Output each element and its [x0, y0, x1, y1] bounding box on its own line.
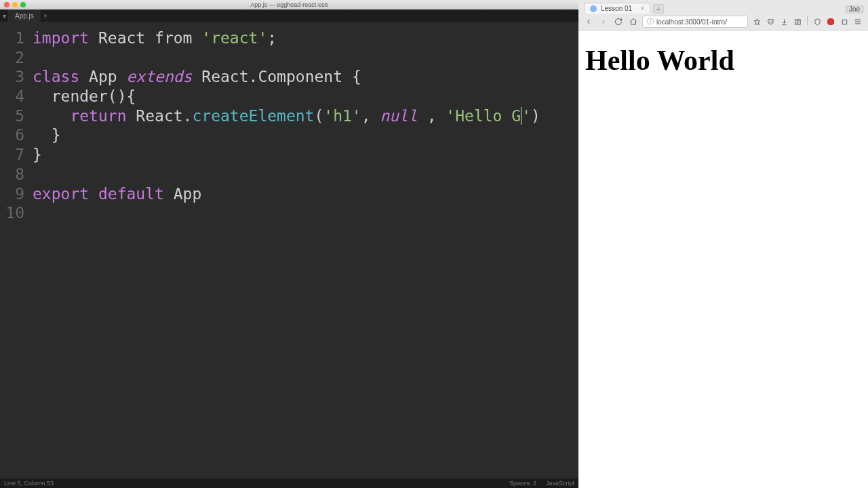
reload-icon[interactable]: [612, 16, 625, 28]
menu-icon[interactable]: [852, 16, 864, 28]
line-number: 1: [0, 28, 24, 48]
svg-marker-1: [827, 18, 834, 25]
url-text: localhost:3000/01-intro/: [656, 18, 743, 26]
browser-tab-lesson01[interactable]: Lesson 01 ×: [584, 3, 650, 14]
editor-tab-appjs[interactable]: App.js: [8, 9, 41, 22]
tabs-dropdown-icon[interactable]: ▾: [0, 9, 8, 22]
code-line[interactable]: return React.createElement('h1', null , …: [33, 106, 540, 126]
line-number: 7: [0, 145, 24, 165]
code-line[interactable]: import React from 'react';: [33, 28, 540, 48]
line-number: 6: [0, 125, 24, 145]
status-cursor-pos: Line 5, Column 53: [4, 480, 54, 487]
adblock-icon[interactable]: [825, 16, 837, 28]
status-indent[interactable]: Spaces: 2: [509, 480, 536, 487]
close-tab-icon[interactable]: ×: [640, 5, 644, 12]
toolbar-right-group: [751, 16, 864, 28]
editor-window: App.js — egghead-react-es6 ▾ App.js + 12…: [0, 0, 578, 488]
line-number: 3: [0, 67, 24, 87]
status-language[interactable]: JavaScript: [546, 480, 574, 487]
toolbar-separator: [807, 16, 808, 25]
code-line[interactable]: [33, 48, 540, 68]
page-viewport[interactable]: Hello World: [578, 30, 868, 488]
bookmark-icon[interactable]: [751, 16, 763, 28]
site-info-icon[interactable]: ⓘ: [647, 17, 654, 26]
page-heading: Hello World: [585, 44, 861, 77]
line-number: 2: [0, 48, 24, 68]
line-number: 8: [0, 165, 24, 184]
code-line[interactable]: [33, 203, 540, 223]
mac-titlebar: App.js — egghead-react-es6: [0, 0, 578, 9]
svg-rect-2: [842, 20, 846, 24]
editor-statusbar: Line 5, Column 53 Spaces: 2 JavaScript: [0, 479, 578, 488]
code-content[interactable]: import React from 'react'; class App ext…: [30, 22, 540, 479]
address-bar[interactable]: ⓘ localhost:3000/01-intro/: [642, 16, 748, 28]
shield-icon[interactable]: [811, 16, 823, 28]
code-line[interactable]: render(){: [33, 87, 540, 106]
code-line[interactable]: class App extends React.Component {: [33, 67, 540, 87]
line-number-gutter: 12345678910: [0, 22, 30, 479]
line-number: 5: [0, 106, 24, 126]
browser-chrome: Lesson 01 × + Joe: [578, 0, 868, 30]
line-number: 4: [0, 87, 24, 106]
browser-tab-strip: Lesson 01 × + Joe: [578, 0, 868, 14]
code-editor[interactable]: 12345678910 import React from 'react'; c…: [0, 22, 578, 479]
code-line[interactable]: export default App: [33, 184, 540, 204]
extension-icon[interactable]: [838, 16, 850, 28]
browser-window: Lesson 01 × + Joe: [578, 0, 868, 488]
new-tab-icon[interactable]: +: [41, 9, 50, 22]
profile-badge[interactable]: Joe: [845, 5, 864, 14]
new-browser-tab-icon[interactable]: +: [653, 4, 664, 14]
back-icon[interactable]: [583, 16, 595, 28]
line-number: 10: [0, 203, 24, 223]
window-title: App.js — egghead-react-es6: [0, 1, 578, 8]
pocket-icon[interactable]: [764, 16, 776, 28]
browser-tab-title: Lesson 01: [601, 5, 632, 12]
code-line[interactable]: }: [33, 125, 540, 145]
home-icon[interactable]: [627, 16, 639, 28]
code-line[interactable]: [33, 165, 540, 184]
line-number: 9: [0, 184, 24, 204]
forward-icon[interactable]: [597, 16, 610, 28]
editor-tab-label: App.js: [15, 12, 34, 20]
reader-icon[interactable]: [791, 16, 804, 28]
browser-toolbar: ⓘ localhost:3000/01-intro/: [578, 14, 868, 30]
editor-tab-bar: ▾ App.js +: [0, 9, 578, 22]
downloads-icon[interactable]: [778, 16, 790, 28]
code-line[interactable]: }: [33, 145, 540, 165]
favicon-icon: [590, 5, 597, 12]
